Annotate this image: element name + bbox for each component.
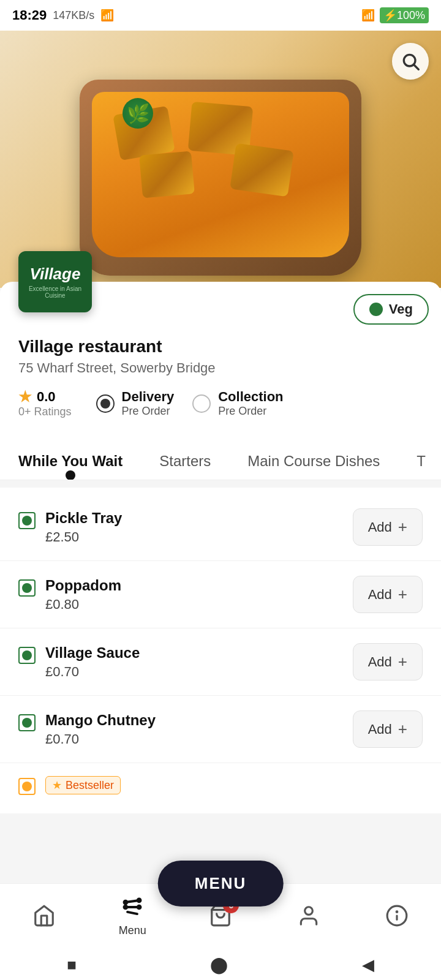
- menu-float-button[interactable]: MENU: [158, 861, 284, 907]
- food-piece: [139, 151, 195, 198]
- bestseller-label: Bestseller: [66, 779, 114, 792]
- tab-while-you-wait-label: While You Wait: [18, 453, 123, 469]
- bowl: 🌿: [80, 80, 361, 276]
- veg-dot: [22, 516, 32, 526]
- status-right: 📶 ⚡100%: [361, 7, 429, 23]
- veg-indicator: [18, 714, 36, 731]
- battery-indicator: ⚡100%: [380, 7, 429, 23]
- android-stop-icon[interactable]: ■: [67, 956, 77, 974]
- tab-t-label: T: [417, 453, 426, 469]
- veg-indicator: [18, 778, 36, 795]
- restaurant-address: 75 Wharf Street, Sowerby Bridge: [18, 360, 423, 376]
- tab-t[interactable]: T: [398, 443, 441, 480]
- search-button[interactable]: [392, 43, 429, 80]
- delivery-sub: Pre Order: [122, 405, 175, 418]
- veg-filter-badge[interactable]: Veg: [353, 294, 429, 325]
- rating-value: 0.0: [37, 389, 56, 405]
- add-to-cart-button[interactable]: Add +: [353, 576, 423, 613]
- collection-radio[interactable]: [192, 394, 211, 413]
- add-to-cart-button[interactable]: Add +: [353, 710, 423, 748]
- item-left: Pickle Tray £2.50: [18, 510, 122, 545]
- logo-tagline: Excellence in Asian Cuisine: [23, 285, 87, 299]
- android-nav-bar: ■ ⬤ ◀: [0, 949, 441, 980]
- veg-dot-icon: [369, 303, 383, 316]
- delivery-text: Delivery Pre Order: [122, 389, 175, 418]
- restaurant-card: Village Excellence in Asian Cuisine Veg …: [0, 282, 441, 431]
- tab-while-you-wait[interactable]: While You Wait: [0, 443, 141, 480]
- menu-icon: [119, 894, 146, 921]
- tab-main-course[interactable]: Main Course Dishes: [229, 443, 398, 480]
- plus-icon: +: [398, 720, 407, 739]
- restaurant-logo: Village Excellence in Asian Cuisine: [18, 251, 92, 312]
- veg-indicator: [18, 647, 36, 664]
- delivery-title: Delivery: [122, 389, 175, 405]
- search-icon: [401, 51, 420, 71]
- bestseller-item: ★ Bestseller: [0, 763, 441, 807]
- tab-main-course-label: Main Course Dishes: [247, 453, 380, 469]
- veg-dot: [22, 718, 32, 728]
- item-name: Pickle Tray: [45, 510, 122, 527]
- item-left: Mango Chutney £0.70: [18, 712, 156, 747]
- bestseller-info: ★ Bestseller: [45, 776, 121, 794]
- food-illustration: 🌿: [0, 31, 441, 288]
- category-tabs: While You Wait Starters Main Course Dish…: [0, 431, 441, 480]
- veg-indicator: [18, 512, 36, 529]
- android-back-icon[interactable]: ◀: [362, 956, 374, 974]
- svg-point-7: [124, 906, 127, 909]
- nav-account[interactable]: [295, 902, 322, 929]
- svg-point-10: [305, 907, 313, 914]
- star-icon: ★: [18, 388, 32, 405]
- info-icon: [383, 902, 410, 929]
- item-info: Pickle Tray £2.50: [45, 510, 122, 545]
- add-to-cart-button[interactable]: Add +: [353, 508, 423, 546]
- item-name: Village Sauce: [45, 644, 140, 662]
- item-info: Village Sauce £0.70: [45, 644, 140, 680]
- delivery-option[interactable]: Delivery Pre Order: [96, 389, 175, 418]
- item-price: £2.50: [45, 529, 122, 545]
- plus-icon: +: [398, 585, 407, 604]
- nav-home[interactable]: [31, 902, 58, 929]
- signal-icon: 📶: [100, 9, 114, 22]
- item-left: Poppadom £0.80: [18, 577, 121, 612]
- add-to-cart-button[interactable]: Add +: [353, 643, 423, 680]
- tab-starters-label: Starters: [159, 453, 211, 469]
- food-piece: [230, 143, 294, 197]
- nav-menu[interactable]: Menu: [119, 894, 146, 937]
- veg-label: Veg: [389, 301, 413, 317]
- menu-section: Pickle Tray £2.50 Add + Poppadom £0.80 A…: [0, 488, 441, 813]
- svg-line-4: [127, 912, 137, 914]
- menu-item: Poppadom £0.80 Add +: [0, 561, 441, 628]
- item-info: Mango Chutney £0.70: [45, 712, 156, 747]
- wifi-icon: 📶: [361, 9, 375, 22]
- rating-block: ★ 0.0 0+ Ratings: [18, 388, 72, 418]
- restaurant-name: Village restaurant: [18, 337, 423, 356]
- android-home-icon[interactable]: ⬤: [210, 956, 228, 974]
- account-icon: [295, 902, 322, 929]
- delivery-radio[interactable]: [96, 394, 115, 413]
- restaurant-meta: ★ 0.0 0+ Ratings Delivery Pre Order: [18, 388, 423, 418]
- collection-option[interactable]: Collection Pre Order: [192, 389, 283, 418]
- menu-item: Pickle Tray £2.50 Add +: [0, 494, 441, 561]
- tab-starters[interactable]: Starters: [141, 443, 229, 480]
- svg-point-8: [138, 906, 141, 909]
- garnish: 🌿: [123, 98, 159, 135]
- nav-info[interactable]: [383, 902, 410, 929]
- svg-point-6: [138, 899, 141, 902]
- logo-name: Village: [23, 265, 87, 284]
- status-bar: 18:29 147KB/s 📶 📶 ⚡100%: [0, 0, 441, 31]
- plus-icon: +: [398, 518, 407, 537]
- veg-dot: [22, 782, 32, 791]
- nav-menu-label: Menu: [119, 924, 146, 937]
- collection-text: Collection Pre Order: [218, 389, 283, 418]
- add-label: Add: [368, 519, 392, 535]
- menu-float-label: MENU: [195, 874, 247, 892]
- curry-liquid: 🌿: [92, 92, 349, 257]
- svg-line-1: [414, 65, 418, 69]
- add-label: Add: [368, 654, 392, 670]
- hero-image: 🌿: [0, 31, 441, 288]
- item-info: Poppadom £0.80: [45, 577, 121, 612]
- status-left: 18:29 147KB/s 📶: [12, 7, 114, 23]
- delivery-radio-fill: [100, 399, 110, 409]
- star-icon: ★: [52, 778, 62, 792]
- veg-indicator: [18, 579, 36, 597]
